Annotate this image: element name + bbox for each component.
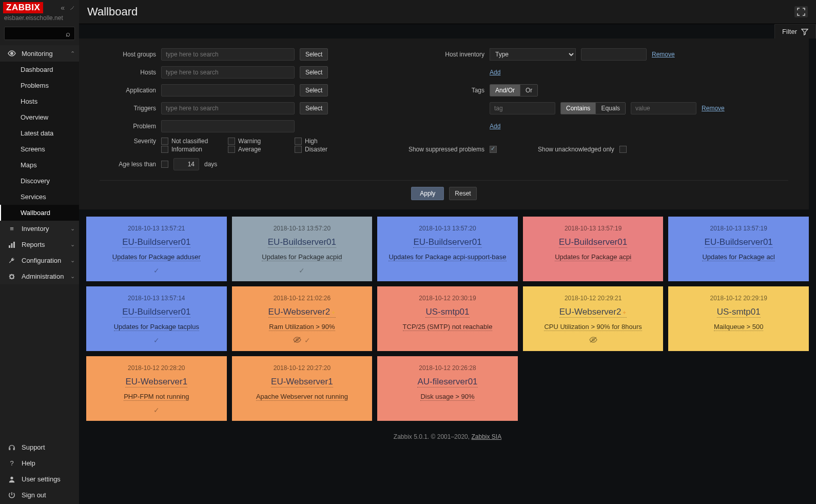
nav-help[interactable]: ?Help [0, 455, 79, 471]
problem-card[interactable]: 2018-10-13 13:57:20EU-Buildserver01Updat… [232, 217, 373, 281]
card-trigger-link[interactable]: Disk usage > 90% [420, 393, 474, 401]
tag-add-link[interactable]: Add [490, 123, 500, 130]
problem-input[interactable] [161, 120, 295, 132]
card-host-link[interactable]: EU-Buildserver01 [268, 237, 336, 248]
age-enable-checkbox[interactable] [161, 161, 168, 168]
card-trigger-link[interactable]: Mailqueue > 500 [714, 323, 764, 331]
card-host-link[interactable]: EU-Buildserver01 [705, 237, 773, 248]
card-host-link[interactable]: EU-Buildserver01 [559, 237, 627, 248]
nav-sub-hosts[interactable]: Hosts [0, 93, 79, 109]
apply-button[interactable]: Apply [411, 187, 444, 200]
card-host-link[interactable]: US-smtp01 [717, 307, 761, 318]
card-trigger-link[interactable]: Ram Utilization > 90% [269, 323, 335, 331]
problem-card[interactable]: 2018-10-12 20:29:21EU-Webserver2✦CPU Uti… [523, 286, 664, 351]
severity-warning[interactable]: Warning [228, 138, 289, 145]
tag-op-equals[interactable]: Equals [596, 103, 625, 114]
problem-card[interactable]: 2018-10-12 20:27:20EU-Webserver1Apache W… [232, 356, 373, 421]
age-days-input[interactable] [173, 158, 199, 170]
problem-card[interactable]: 2018-10-13 13:57:20EU-Buildserver01Updat… [377, 217, 518, 281]
nav-administration[interactable]: Administration⌄ [0, 268, 79, 284]
triggers-input[interactable] [161, 102, 295, 114]
tag-name-input[interactable] [490, 102, 555, 114]
card-host-link[interactable]: EU-Webserver1 [125, 377, 187, 387]
zabbix-logo[interactable]: ZABBIX [3, 2, 43, 13]
card-host-link[interactable]: EU-Buildserver01 [413, 237, 481, 248]
tag-remove-link[interactable]: Remove [702, 105, 725, 112]
nav-sign-out[interactable]: Sign out [0, 487, 79, 503]
inventory-add-link[interactable]: Add [490, 69, 500, 76]
card-trigger-link[interactable]: Apache Webserver not running [256, 393, 348, 401]
problem-card[interactable]: 2018-10-13 13:57:14EU-Buildserver01Updat… [86, 286, 227, 351]
show-unack-checkbox[interactable] [619, 146, 627, 153]
problem-card[interactable]: 2018-10-12 20:26:28AU-fileserver01Disk u… [377, 356, 518, 421]
nav-sub-latest-data[interactable]: Latest data [0, 125, 79, 141]
footer-link[interactable]: Zabbix SIA [471, 433, 501, 440]
severity-average[interactable]: Average [228, 146, 289, 153]
card-host-link[interactable]: AU-fileserver01 [417, 377, 477, 387]
card-host-link[interactable]: EU-Buildserver01 [122, 307, 190, 318]
fullscreen-button[interactable] [794, 6, 808, 17]
sidebar-collapse-icon[interactable]: « [61, 4, 65, 12]
show-suppressed-checkbox[interactable] [490, 146, 497, 153]
nav-user-settings[interactable]: User settings [0, 471, 79, 487]
inventory-value-input[interactable] [581, 48, 647, 61]
nav-sub-screens[interactable]: Screens [0, 141, 79, 157]
application-input[interactable] [161, 84, 295, 96]
search-icon[interactable]: ⌕ [62, 29, 74, 38]
inventory-type-select[interactable]: Type [490, 48, 576, 61]
nav-monitoring[interactable]: Monitoring⌃ [0, 45, 79, 62]
card-trigger-link[interactable]: PHP-FPM not running [124, 393, 189, 401]
hosts-input[interactable] [161, 66, 295, 79]
problem-card[interactable]: 2018-10-12 20:28:20EU-Webserver1PHP-FPM … [86, 356, 227, 421]
severity-high[interactable]: High [295, 138, 356, 145]
problem-card[interactable]: 2018-10-12 20:30:19US-smtp01TCP/25 (SMTP… [377, 286, 518, 351]
card-trigger-link[interactable]: Updates for Package acpi-support-base [388, 253, 506, 261]
global-search[interactable]: ⌕ [4, 27, 75, 40]
application-select[interactable]: Select [300, 84, 328, 96]
search-input[interactable] [5, 27, 62, 40]
nav-sub-problems[interactable]: Problems [0, 77, 79, 93]
problem-card[interactable]: 2018-10-13 13:57:19EU-Buildserver01Updat… [668, 217, 809, 281]
filter-toggle[interactable]: Filter [774, 24, 816, 38]
card-host-link[interactable]: EU-Webserver2✦ [268, 307, 336, 318]
nav-sub-services[interactable]: Services [0, 189, 79, 205]
card-trigger-link[interactable]: Updates for Package tacplus [114, 323, 199, 331]
tag-mode-or[interactable]: Or [520, 85, 537, 96]
nav-sub-discovery[interactable]: Discovery [0, 173, 79, 189]
nav-configuration[interactable]: Configuration⌄ [0, 253, 79, 268]
inventory-remove-link[interactable]: Remove [652, 51, 675, 58]
host-groups-select[interactable]: Select [300, 48, 328, 61]
problem-card[interactable]: 2018-10-12 20:29:19US-smtp01Mailqueue > … [668, 286, 809, 351]
nav-support[interactable]: Support [0, 439, 79, 455]
nav-sub-overview[interactable]: Overview [0, 109, 79, 125]
problem-card[interactable]: 2018-10-13 13:57:21EU-Buildserver01Updat… [86, 217, 227, 281]
hosts-select[interactable]: Select [300, 66, 328, 79]
tag-value-input[interactable] [631, 102, 696, 114]
nav-sub-wallboard[interactable]: Wallboard [0, 205, 79, 221]
card-trigger-link[interactable]: CPU Utilization > 90% for 8hours [544, 323, 642, 331]
sidebar-hide-icon[interactable]: ⟋ [69, 4, 76, 12]
severity-information[interactable]: Information [161, 146, 223, 153]
card-trigger-link[interactable]: Updates for Package adduser [112, 253, 201, 261]
tag-op-contains[interactable]: Contains [561, 103, 596, 114]
triggers-select[interactable]: Select [300, 102, 328, 114]
card-trigger-link[interactable]: Updates for Package acpid [262, 253, 342, 261]
nav-sub-maps[interactable]: Maps [0, 157, 79, 173]
card-trigger-link[interactable]: Updates for Package acl [702, 253, 775, 261]
card-host-link[interactable]: EU-Webserver1 [271, 377, 333, 387]
nav-inventory[interactable]: ≡Inventory⌄ [0, 221, 79, 237]
card-host-link[interactable]: US-smtp01 [425, 307, 469, 318]
nav-sub-dashboard[interactable]: Dashboard [0, 62, 79, 77]
host-groups-input[interactable] [161, 48, 295, 61]
problem-card[interactable]: 2018-10-12 21:02:26EU-Webserver2✦Ram Uti… [232, 286, 373, 351]
nav-reports[interactable]: Reports⌄ [0, 237, 79, 253]
card-trigger-link[interactable]: TCP/25 (SMTP) not reachable [403, 323, 493, 331]
card-host-link[interactable]: EU-Buildserver01 [122, 237, 190, 248]
tag-mode-and-or[interactable]: And/Or [490, 85, 520, 96]
reset-button[interactable]: Reset [449, 187, 476, 200]
problem-card[interactable]: 2018-10-13 13:57:19EU-Buildserver01Updat… [523, 217, 664, 281]
severity-not-classified[interactable]: Not classified [161, 138, 223, 145]
card-host-link[interactable]: EU-Webserver2✦ [559, 307, 627, 318]
severity-disaster[interactable]: Disaster [295, 146, 356, 153]
card-trigger-link[interactable]: Updates for Package acpi [555, 253, 631, 261]
